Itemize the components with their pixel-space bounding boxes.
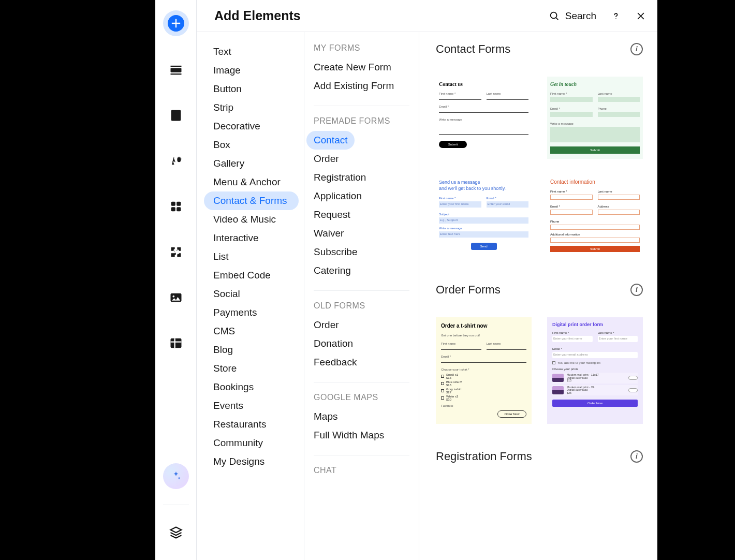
cat-text[interactable]: Text: [204, 42, 299, 61]
cat-events[interactable]: Events: [204, 396, 299, 415]
section-order-forms: Order Forms: [436, 283, 501, 297]
cat-gallery[interactable]: Gallery: [204, 154, 299, 173]
section-contact-forms: Contact Forms: [436, 42, 510, 56]
cat-embed[interactable]: Embed Code: [204, 266, 299, 285]
sub-catering[interactable]: Catering: [306, 261, 358, 280]
cat-list[interactable]: List: [204, 247, 299, 266]
form-preview-send-message[interactable]: Send us a message and we'll get back to …: [436, 174, 532, 257]
info-icon[interactable]: i: [630, 284, 643, 296]
cat-cms[interactable]: CMS: [204, 322, 299, 341]
cat-interactive[interactable]: Interactive: [204, 229, 299, 247]
sub-add-existing[interactable]: Add Existing Form: [306, 77, 401, 95]
sub-group-maps: GOOGLE MAPS: [314, 393, 409, 402]
sub-group-myforms: MY FORMS: [314, 43, 409, 53]
svg-rect-4: [177, 202, 181, 206]
media-icon[interactable]: [164, 286, 188, 310]
form-preview-contact-info[interactable]: Contact information First name * Last na…: [547, 174, 643, 257]
svg-rect-2: [170, 73, 181, 75]
cat-bookings[interactable]: Bookings: [204, 378, 299, 396]
sub-waiver[interactable]: Waiver: [306, 224, 351, 243]
preview-pane: Contact Forms i Contact us First name * …: [419, 32, 657, 560]
cat-community[interactable]: Community: [204, 434, 299, 452]
sub-group-premade: PREMADE FORMS: [314, 116, 409, 126]
puzzle-icon[interactable]: [164, 240, 188, 264]
form-preview-get-in-touch[interactable]: Get in touch First name * Last name Emai…: [547, 77, 643, 159]
svg-rect-0: [170, 68, 181, 72]
cms-icon[interactable]: [164, 331, 188, 355]
sub-order[interactable]: Order: [306, 150, 346, 168]
svg-rect-9: [170, 338, 181, 348]
panel-header: Add Elements Search: [197, 0, 657, 32]
ai-sparkle-icon[interactable]: [163, 463, 189, 489]
category-list: Text Image Button Strip Decorative Box G…: [197, 32, 304, 560]
sub-donation[interactable]: Donation: [306, 334, 360, 353]
form-preview-digital-print[interactable]: Digital print order form First name *Ent…: [547, 317, 643, 424]
sub-contact[interactable]: Contact: [306, 131, 355, 150]
apps-icon[interactable]: [164, 195, 188, 218]
cat-social[interactable]: Social: [204, 285, 299, 303]
close-icon[interactable]: [636, 11, 646, 21]
cat-image[interactable]: Image: [204, 61, 299, 80]
cat-restaurants[interactable]: Restaurants: [204, 415, 299, 434]
design-icon[interactable]: [164, 149, 188, 173]
sub-group-old: OLD FORMS: [314, 301, 409, 311]
add-elements-button[interactable]: [163, 10, 189, 36]
sub-create-form[interactable]: Create New Form: [306, 58, 399, 77]
sub-maps[interactable]: Maps: [306, 407, 345, 426]
cat-payments[interactable]: Payments: [204, 303, 299, 322]
panel-title: Add Elements: [214, 8, 301, 23]
svg-rect-1: [170, 66, 181, 67]
cat-contact-forms[interactable]: Contact & Forms: [204, 191, 299, 210]
svg-rect-5: [171, 207, 175, 211]
section-icon[interactable]: [164, 58, 188, 82]
cat-mydesigns[interactable]: My Designs: [204, 452, 299, 471]
icon-rail: [155, 0, 197, 560]
sub-application[interactable]: Application: [306, 187, 369, 205]
form-preview-contact-us[interactable]: Contact us First name * Last name Email …: [436, 77, 532, 159]
cat-menu[interactable]: Menu & Anchor: [204, 173, 299, 191]
svg-rect-3: [171, 202, 175, 206]
subcategory-list: MY FORMS Create New Form Add Existing Fo…: [304, 32, 419, 560]
form-preview-order-tshirt[interactable]: Order a t-shirt now Get one before they …: [436, 317, 532, 424]
cat-box[interactable]: Box: [204, 136, 299, 154]
svg-point-10: [550, 12, 556, 18]
cat-store[interactable]: Store: [204, 359, 299, 378]
page-icon[interactable]: [164, 104, 188, 127]
sub-subscribe[interactable]: Subscribe: [306, 243, 365, 261]
cat-video[interactable]: Video & Music: [204, 210, 299, 229]
info-icon[interactable]: i: [630, 450, 643, 463]
help-icon[interactable]: [611, 11, 621, 21]
cat-button[interactable]: Button: [204, 80, 299, 98]
sub-group-chat: CHAT: [314, 466, 409, 475]
cat-decorative[interactable]: Decorative: [204, 117, 299, 136]
layers-icon[interactable]: [164, 521, 188, 544]
search-button[interactable]: Search: [549, 10, 596, 22]
cat-blog[interactable]: Blog: [204, 341, 299, 359]
info-icon[interactable]: i: [630, 43, 643, 55]
sub-feedback[interactable]: Feedback: [306, 353, 364, 372]
section-registration-forms: Registration Forms: [436, 450, 532, 463]
svg-point-8: [172, 296, 174, 298]
sub-registration[interactable]: Registration: [306, 168, 373, 187]
sub-request[interactable]: Request: [306, 205, 358, 224]
cat-strip[interactable]: Strip: [204, 98, 299, 117]
sub-full-maps[interactable]: Full Width Maps: [306, 426, 391, 445]
search-icon: [549, 10, 560, 22]
svg-rect-6: [177, 207, 181, 211]
sub-old-order[interactable]: Order: [306, 316, 346, 334]
